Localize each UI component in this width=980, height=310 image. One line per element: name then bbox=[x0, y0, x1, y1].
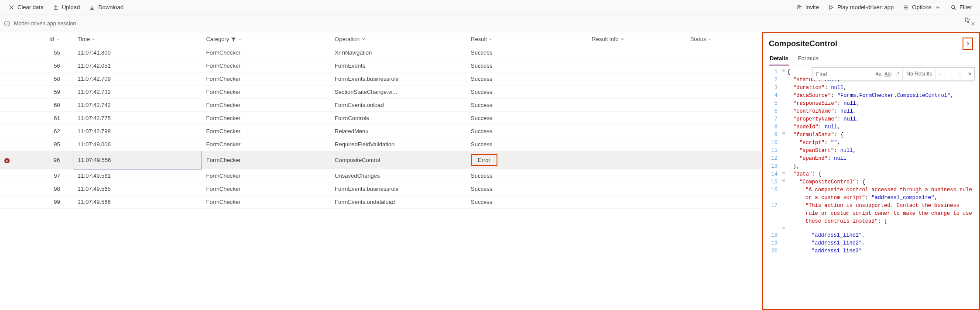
cell-result-info bbox=[587, 183, 685, 196]
find-in-selection-button[interactable]: ≡ bbox=[955, 68, 965, 80]
cell-result: Success bbox=[466, 169, 587, 183]
code-line: 7"propertyName": null, bbox=[763, 115, 979, 123]
details-panel: CompositeControl Details Formula Aa Ab| … bbox=[762, 32, 980, 310]
col-header-operation[interactable]: Operation bbox=[330, 32, 466, 46]
chevron-down-icon bbox=[934, 4, 941, 11]
code-line: 17"This action is unsupported. Contact t… bbox=[763, 202, 979, 225]
filter-button[interactable]: Filter bbox=[946, 2, 977, 13]
session-label: Model-driven app session bbox=[14, 21, 76, 27]
code-line: 10"script": "", bbox=[763, 139, 979, 147]
download-label: Download bbox=[98, 4, 123, 10]
code-line: 9⊟"formulaData": { bbox=[763, 131, 979, 139]
cell-category: FormChecker bbox=[202, 46, 330, 59]
find-close-button[interactable]: ✕ bbox=[965, 68, 974, 80]
cell-status bbox=[686, 138, 761, 151]
fold-toggle[interactable]: ⊟ bbox=[780, 68, 787, 76]
col-header-category[interactable]: Category bbox=[202, 32, 330, 46]
table-row[interactable]: 6111:07:42.775FormCheckerFormControlsSuc… bbox=[0, 112, 761, 125]
options-button[interactable]: Options bbox=[898, 2, 946, 13]
col-header-result-info[interactable]: Result info bbox=[587, 32, 685, 46]
cell-category: FormChecker bbox=[202, 125, 330, 138]
table-row[interactable]: 6011:07:42.742FormCheckerFormEvents.onlo… bbox=[0, 99, 761, 112]
code-line: 15⊟"CompositeControl": { bbox=[763, 178, 979, 186]
fold-toggle[interactable]: ⊟ bbox=[780, 131, 787, 139]
table-row[interactable]: 9811:07:49.565FormCheckerFormEvents.busi… bbox=[0, 183, 761, 196]
cell-status bbox=[686, 46, 761, 59]
code-line: 13}, bbox=[763, 162, 979, 170]
col-header-result[interactable]: Result bbox=[466, 32, 587, 46]
fold-toggle[interactable]: ⊟ bbox=[780, 225, 787, 231]
cell-result: Success bbox=[466, 46, 587, 59]
table-row[interactable]: 9611:07:49.556FormCheckerCompositeContro… bbox=[0, 151, 761, 169]
table-row[interactable]: 5511:07:41.800FormCheckerXrmNavigationSu… bbox=[0, 46, 761, 59]
find-next-button[interactable]: → bbox=[946, 68, 955, 80]
find-input[interactable] bbox=[812, 71, 874, 77]
expand-panel-button[interactable] bbox=[963, 38, 973, 50]
filter-label: Filter bbox=[959, 4, 972, 10]
table-row[interactable]: 5911:07:42.732FormCheckerSectionStateCha… bbox=[0, 86, 761, 99]
invite-button[interactable]: Invite bbox=[792, 2, 823, 13]
cell-time: 11:07:49.556 bbox=[73, 151, 202, 169]
upload-icon bbox=[52, 4, 59, 11]
cell-result: Success bbox=[466, 125, 587, 138]
cell-category: FormChecker bbox=[202, 99, 330, 112]
cell-result-info bbox=[587, 99, 685, 112]
cell-category: FormChecker bbox=[202, 183, 330, 196]
cell-operation: FormControls bbox=[330, 112, 466, 125]
tab-details[interactable]: Details bbox=[769, 52, 789, 65]
find-results-text: No Results bbox=[902, 68, 936, 80]
cell-operation: XrmNavigation bbox=[330, 46, 466, 59]
find-whole-word-button[interactable]: Ab| bbox=[883, 68, 893, 80]
table-row[interactable]: 6211:07:42.798FormCheckerRelatedMenuSucc… bbox=[0, 125, 761, 138]
code-line: 16"A composite control accessed through … bbox=[763, 186, 979, 202]
table-row[interactable]: 5611:07:42.051FormCheckerFormEventsSucce… bbox=[0, 59, 761, 72]
cell-id: 55 bbox=[24, 46, 73, 59]
cell-result: Success bbox=[466, 99, 587, 112]
cell-result: Success bbox=[466, 183, 587, 196]
upload-button[interactable]: Upload bbox=[48, 2, 84, 13]
cell-operation: FormEvents.onload bbox=[330, 99, 466, 112]
cell-result-info bbox=[587, 125, 685, 138]
cell-result: Success bbox=[466, 112, 587, 125]
cell-result-info bbox=[587, 59, 685, 72]
cell-result-info bbox=[587, 151, 685, 169]
fold-toggle[interactable]: ⊟ bbox=[780, 170, 787, 178]
cell-result: Success bbox=[466, 86, 587, 99]
code-line: 11"spanStart": null, bbox=[763, 147, 979, 155]
cell-status bbox=[686, 183, 761, 196]
play-app-button[interactable]: Play model-driven app bbox=[823, 2, 898, 13]
cell-time: 11:07:49.561 bbox=[73, 169, 202, 183]
cell-time: 11:07:42.051 bbox=[73, 59, 202, 72]
find-prev-button[interactable]: ← bbox=[936, 68, 946, 80]
cell-id: 96 bbox=[24, 151, 73, 169]
fold-toggle[interactable]: ⊟ bbox=[780, 178, 787, 186]
download-button[interactable]: Download bbox=[84, 2, 128, 13]
cell-result-info bbox=[587, 72, 685, 86]
clear-data-button[interactable]: Clear data bbox=[3, 2, 48, 13]
events-grid[interactable]: Id Time Category Operation Result Result… bbox=[0, 32, 762, 310]
cell-id: 95 bbox=[24, 138, 73, 151]
table-header-row: Id Time Category Operation Result Result… bbox=[0, 32, 761, 46]
tab-formula[interactable]: Formula bbox=[797, 52, 820, 65]
find-regex-button[interactable]: .* bbox=[893, 68, 902, 80]
col-header-time[interactable]: Time bbox=[73, 32, 202, 46]
cell-status bbox=[686, 125, 761, 138]
find-match-case-button[interactable]: Aa bbox=[874, 68, 883, 80]
table-row[interactable]: 9911:07:49.566FormCheckerFormEvents.onda… bbox=[0, 196, 761, 209]
col-header-status[interactable]: Status bbox=[686, 32, 761, 46]
cell-category: FormChecker bbox=[202, 59, 330, 72]
col-header-id[interactable]: Id bbox=[24, 32, 73, 46]
cell-category: FormChecker bbox=[202, 151, 330, 169]
cell-time: 11:07:42.798 bbox=[73, 125, 202, 138]
table-row[interactable]: 9511:07:49.006FormCheckerRequiredFieldVa… bbox=[0, 138, 761, 151]
code-viewer[interactable]: 1⊟{2"status": null,3"duration": null,4"d… bbox=[763, 65, 979, 309]
cell-status bbox=[686, 169, 761, 183]
panel-tabs: Details Formula bbox=[763, 52, 979, 65]
table-row[interactable]: 5811:07:42.709FormCheckerFormEvents.busi… bbox=[0, 72, 761, 86]
close-session-button[interactable] bbox=[970, 20, 977, 27]
cell-id: 56 bbox=[24, 59, 73, 72]
code-line: 12"spanEnd": null bbox=[763, 155, 979, 162]
table-row[interactable]: 9711:07:49.561FormCheckerUnsavedChangesS… bbox=[0, 169, 761, 183]
cell-operation: UnsavedChanges bbox=[330, 169, 466, 183]
cell-result-info bbox=[587, 169, 685, 183]
